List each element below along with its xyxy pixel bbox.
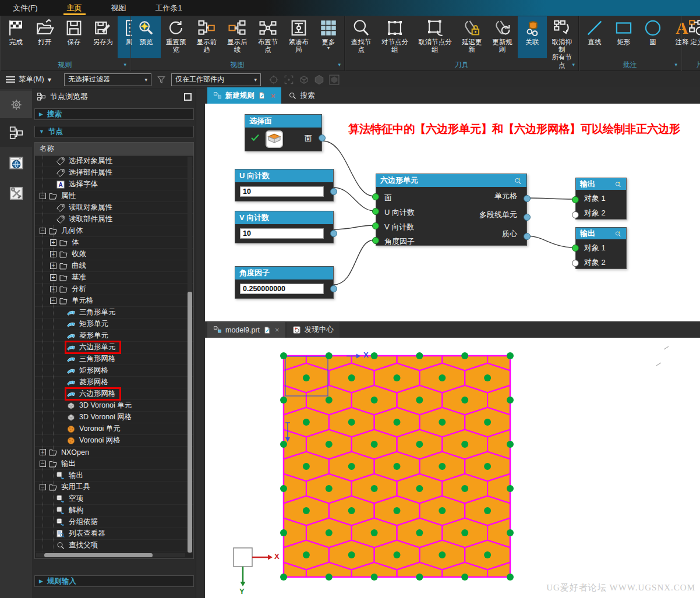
tree-item-收敛[interactable]: +收敛 [35, 249, 193, 260]
group-dropdown-icon[interactable]: ▾ [123, 62, 126, 68]
node-output-1[interactable]: 输出 对象 1 对象 2 [575, 178, 627, 220]
menu-button[interactable]: 菜单(M) ▾ [6, 75, 51, 84]
close-tab-icon[interactable]: × [271, 91, 275, 100]
ribbon-button-more-grid[interactable]: 更多▾ [314, 16, 343, 58]
tree-item-六边形网格[interactable]: 六边形网格 [35, 388, 193, 400]
ribbon-button-update-rule[interactable]: 更新规则 [487, 16, 517, 58]
ribbon-button-unsuppress[interactable]: 取消抑制 所有节点 [547, 16, 577, 58]
output-port[interactable] [524, 233, 531, 240]
ribbon-button-rect[interactable]: 矩形 [609, 16, 638, 58]
ribbon-button-save[interactable]: 保存 [59, 16, 89, 58]
menu-tab-2[interactable]: 视图 [108, 0, 130, 16]
filter-funnel-icon[interactable] [156, 75, 167, 85]
tree-column-header[interactable]: 名称 [35, 143, 193, 155]
ribbon-button-preview[interactable]: 预览 [132, 16, 161, 58]
graph-tab-新建规则[interactable]: 新建规则× [207, 87, 281, 104]
node-u-count[interactable]: U 向计数 10 [235, 169, 334, 201]
rail-button-node-browser[interactable] [0, 119, 32, 147]
tree-item-查找父项[interactable]: 查找父项 [35, 540, 193, 551]
tree-item-选择字体[interactable]: A选择字体 [35, 179, 193, 190]
rail-button-tools[interactable] [0, 179, 32, 207]
tree-item-曲线[interactable]: +曲线 [35, 260, 193, 272]
input-port[interactable] [372, 222, 379, 229]
input-port[interactable] [572, 260, 579, 267]
selection-scope-select[interactable]: 仅在工作部件内 ▾ [171, 73, 261, 86]
tree-item-输出[interactable]: −输出 [35, 458, 193, 470]
angle-factor-input[interactable]: 0.250000000 [240, 284, 324, 294]
ribbon-button-line[interactable]: 直线 [580, 16, 609, 58]
preview-sparkle-icon[interactable] [514, 176, 522, 185]
page-edit-icon[interactable] [258, 91, 266, 100]
ribbon-button-delay-update[interactable]: 延迟更新 [457, 16, 487, 58]
viewport-tab-发现中心[interactable]: 发现中心 [287, 322, 340, 338]
ribbon-button-show-successors[interactable]: 显示后续 [222, 16, 253, 58]
tree-item-矩形单元[interactable]: 矩形单元 [35, 319, 193, 330]
page-edit-icon[interactable] [263, 326, 271, 334]
tree-item-几何体[interactable]: −几何体 [35, 225, 193, 237]
u-count-input[interactable]: 10 [240, 186, 324, 197]
ribbon-button-finish-flag[interactable]: 完成 [1, 16, 30, 58]
tree-vertical-scrollbar[interactable] [188, 157, 192, 553]
tree-item-矩形网格[interactable]: 矩形网格 [35, 365, 193, 377]
preview-sparkle-icon[interactable] [614, 230, 622, 238]
tree-item-实用工具[interactable]: −实用工具 [35, 482, 193, 493]
ribbon-button-ungroup-nodes[interactable]: 取消节点分组 [413, 16, 457, 58]
tree-item-解构[interactable]: 解构 [35, 505, 193, 516]
input-port[interactable] [372, 208, 379, 215]
tree-item-体[interactable]: +体 [35, 237, 193, 249]
node-angle-factor[interactable]: 角度因子 0.250000000 [235, 266, 334, 299]
face-select-icon[interactable] [263, 130, 286, 148]
tree-item-三角形单元[interactable]: 三角形单元 [35, 307, 193, 319]
preview-sparkle-icon[interactable] [514, 176, 522, 185]
node-output-2[interactable]: 输出 对象 1 对象 2 [575, 227, 627, 269]
tree-item-Voronoi 单元[interactable]: Voronoi 单元 [35, 423, 193, 435]
tree-item-基准[interactable]: +基准 [35, 272, 193, 284]
tree-horizontal-scrollbar[interactable] [36, 553, 185, 557]
v-count-input[interactable]: 10 [240, 228, 324, 239]
tree-item-单元格[interactable]: −单元格 [35, 295, 193, 307]
tree-item-Voronoi 网格[interactable]: Voronoi 网格 [35, 435, 193, 447]
output-port[interactable] [524, 195, 531, 202]
ribbon-button-reset-preview[interactable]: 重置预览 [161, 16, 192, 58]
tree-item-选择部件属性[interactable]: 选择部件属性 [35, 167, 193, 179]
output-port[interactable] [319, 135, 326, 141]
rule-input-section-header[interactable]: ▶ 规则输入 [34, 575, 194, 587]
graph-tab-搜索[interactable]: 搜索 [282, 87, 321, 104]
node-hex-cell[interactable]: 六边形单元 面 U 向计数 V 向计数 角度因子 单元格 多段线单元 质心 [376, 174, 527, 246]
tree-item-读取对象属性[interactable]: 读取对象属性 [35, 202, 193, 214]
tree-item-选择对象属性[interactable]: 选择对象属性 [35, 155, 193, 167]
tree-item-NXOpen[interactable]: +NXOpen [35, 447, 193, 458]
menu-tab-0[interactable]: 文件(F) [9, 0, 41, 16]
ribbon-button-save-as[interactable]: 另存为 [89, 16, 118, 58]
viewport-tab-model9.prt[interactable]: model9.prt× [207, 322, 285, 338]
input-port[interactable] [572, 196, 579, 203]
ribbon-button-open-folder[interactable]: 打开 [30, 16, 59, 58]
ribbon-button-layout-nodes[interactable]: 布置节点 [253, 16, 284, 58]
ribbon-button-associate[interactable]: 关联 [518, 16, 547, 58]
graph-canvas[interactable]: 算法特征中的【六边形单元】和【六边形网格】可以绘制非正六边形 选择面 面 U 向… [205, 104, 700, 321]
tree-item-空项[interactable]: 空项 [35, 493, 193, 505]
output-port[interactable] [330, 230, 337, 237]
tree-item-菱形网格[interactable]: 菱形网格 [35, 377, 193, 388]
preview-sparkle-icon[interactable] [614, 181, 622, 188]
face-select-icon[interactable] [263, 130, 286, 148]
group-dropdown-icon[interactable]: ▾ [674, 62, 677, 68]
ribbon-button-compact-layout[interactable]: 紧凑布局 [283, 16, 314, 58]
menu-tab-1[interactable]: 主页 [63, 0, 86, 16]
tree-item-菱形单元[interactable]: 菱形单元 [35, 330, 193, 342]
tree-item-3D Voronoi 单元[interactable]: 3D Voronoi 单元 [35, 400, 193, 412]
tree-item-读取部件属性[interactable]: 读取部件属性 [35, 214, 193, 225]
rail-button-web-browser[interactable] [0, 149, 32, 177]
tree-item-属性[interactable]: −属性 [35, 190, 193, 202]
output-port[interactable] [330, 285, 337, 292]
nodes-section-header[interactable]: ▼ 节点 [34, 126, 194, 137]
menu-tab-3[interactable]: 工作条1 [152, 0, 186, 16]
output-port[interactable] [330, 188, 337, 195]
ribbon-button-circle[interactable]: 圆 [638, 16, 667, 58]
filter-funnel-icon[interactable] [156, 75, 167, 85]
output-port[interactable] [524, 214, 531, 221]
node-v-count[interactable]: V 向计数 10 [235, 211, 334, 243]
ribbon-button-group-nodes[interactable]: 对节点分组 [376, 16, 413, 58]
rail-button-settings-gear[interactable] [0, 91, 32, 119]
search-section-header[interactable]: ▶ 搜索 [34, 108, 194, 120]
